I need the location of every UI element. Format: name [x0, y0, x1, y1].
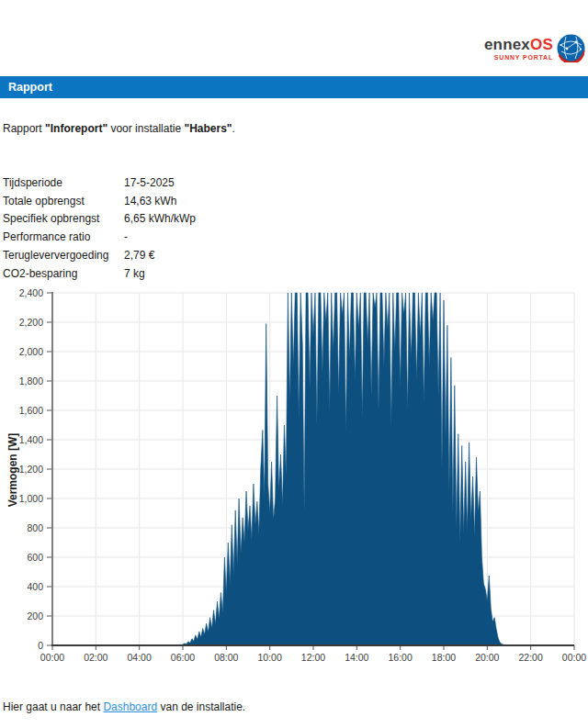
summary-label: Totale opbrengst	[3, 195, 124, 207]
summary-row: Specifiek opbrengst6,65 kWh/kWp	[3, 210, 196, 229]
chart-canvas: 02004006008001,0001,2001,4001,6001,8002,…	[0, 285, 588, 663]
summary-row: Terugleververgoeding2,79 €	[3, 246, 196, 264]
svg-text:04:00: 04:00	[128, 652, 152, 663]
footer-text: Hier gaat u naar het Dashboard van de in…	[3, 700, 245, 713]
logo-subtitle: SUNNY PORTAL	[494, 54, 553, 61]
sunny-portal-logo: ennexOS SUNNY PORTAL	[484, 34, 585, 62]
svg-text:400: 400	[27, 581, 43, 592]
svg-text:0: 0	[38, 640, 43, 651]
summary-value: 6,65 kWh/kWp	[124, 212, 196, 225]
y-axis-title: Vermogen [W]	[6, 433, 19, 508]
summary-row: Tijdsperiode17-5-2025	[3, 174, 196, 192]
summary-row: CO2-besparing7 kg	[3, 264, 196, 283]
summary-row: Performance ratio-	[3, 228, 196, 246]
globe-network-icon	[557, 34, 585, 62]
intro-text: Rapport "Inforeport" voor installatie "H…	[3, 122, 235, 135]
dashboard-link[interactable]: Dashboard	[103, 700, 157, 713]
power-chart: 02004006008001,0001,2001,4001,6001,8002,…	[0, 285, 588, 663]
svg-text:22:00: 22:00	[519, 652, 543, 663]
page-titlebar: Rapport	[0, 76, 588, 98]
svg-text:1,600: 1,600	[19, 405, 43, 416]
summary-value: 17-5-2025	[124, 176, 175, 189]
logo-brand-os: OS	[530, 36, 553, 53]
svg-text:2,200: 2,200	[19, 317, 43, 328]
intro-suffix: .	[232, 122, 235, 135]
svg-text:00:00: 00:00	[40, 652, 64, 663]
svg-text:1,000: 1,000	[19, 493, 43, 504]
svg-text:1,800: 1,800	[19, 375, 43, 386]
logo-brand: ennexOS	[484, 37, 553, 53]
svg-text:2,000: 2,000	[19, 346, 43, 357]
report-page: ennexOS SUNNY PORTAL Rapport	[0, 0, 588, 728]
footer-prefix: Hier gaat u naar het	[3, 700, 103, 713]
summary-value: -	[124, 230, 128, 243]
svg-text:200: 200	[27, 610, 43, 622]
logo-brand-ennex: ennex	[484, 36, 530, 53]
footer-suffix: van de installatie.	[157, 700, 245, 713]
svg-text:1,200: 1,200	[19, 464, 43, 475]
summary-label: Performance ratio	[3, 230, 124, 243]
svg-text:02:00: 02:00	[84, 652, 107, 663]
summary-table: Tijdsperiode17-5-2025Totale opbrengst14,…	[3, 174, 196, 283]
svg-text:2,400: 2,400	[19, 287, 43, 298]
summary-row: Totale opbrengst14,63 kWh	[3, 192, 196, 210]
summary-value: 14,63 kWh	[124, 195, 176, 207]
intro-middle: voor installatie	[107, 122, 184, 135]
summary-value: 2,79 €	[124, 249, 154, 262]
svg-text:06:00: 06:00	[171, 652, 195, 663]
svg-text:12:00: 12:00	[301, 652, 325, 663]
svg-text:18:00: 18:00	[432, 652, 456, 663]
summary-value: 7 kg	[124, 267, 145, 280]
intro-prefix: Rapport	[3, 122, 45, 135]
page-title: Rapport	[0, 81, 52, 94]
summary-label: Terugleververgoeding	[3, 249, 124, 262]
svg-text:20:00: 20:00	[475, 652, 499, 663]
summary-label: Specifiek opbrengst	[3, 212, 124, 225]
svg-text:800: 800	[27, 522, 43, 533]
svg-text:10:00: 10:00	[258, 652, 282, 663]
logo-text: ennexOS SUNNY PORTAL	[484, 37, 553, 61]
summary-label: CO2-besparing	[3, 267, 124, 280]
svg-text:08:00: 08:00	[214, 652, 238, 663]
svg-text:1,400: 1,400	[19, 434, 43, 445]
plant-name: "Habers"	[184, 122, 232, 135]
summary-label: Tijdsperiode	[3, 176, 124, 189]
svg-text:14:00: 14:00	[345, 652, 368, 663]
svg-text:16:00: 16:00	[389, 652, 413, 663]
svg-text:600: 600	[27, 552, 43, 563]
report-name: "Inforeport"	[45, 122, 107, 135]
svg-text:00:00: 00:00	[562, 652, 586, 663]
